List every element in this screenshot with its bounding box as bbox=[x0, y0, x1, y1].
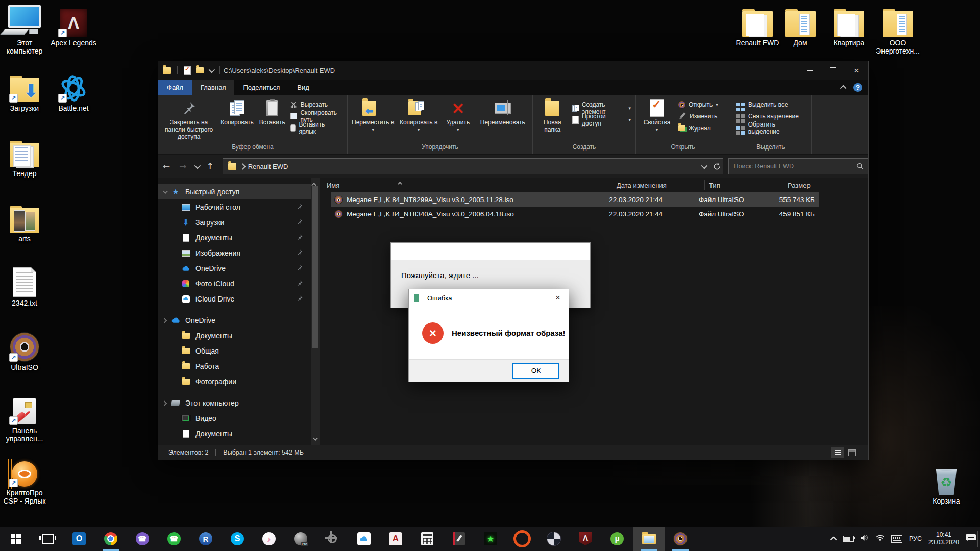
taskbar-whatsapp[interactable]: ☎ bbox=[158, 527, 190, 551]
taskbar-ultraiso[interactable] bbox=[665, 527, 696, 551]
maximize-button[interactable] bbox=[821, 61, 845, 80]
sidebar-item-videos[interactable]: Видео bbox=[158, 411, 311, 426]
desktop-icon-downloads[interactable]: ⬇ ↗ Загрузки bbox=[0, 68, 49, 112]
breadcrumb[interactable]: Renault EWD bbox=[248, 163, 288, 170]
desktop-icon-recycle-bin[interactable]: Корзина bbox=[922, 461, 971, 505]
address-bar[interactable]: Renault EWD bbox=[223, 158, 723, 174]
sidebar-item-icloud-photos[interactable]: Фото iCloud bbox=[158, 276, 311, 291]
touch-keyboard-icon[interactable] bbox=[891, 535, 902, 543]
battery-icon[interactable] bbox=[843, 536, 854, 542]
search-icon[interactable] bbox=[856, 163, 864, 170]
title-bar[interactable]: C:\Users\aleks\Desktop\Renault EWD × bbox=[158, 61, 868, 80]
properties-button[interactable]: Свойства▾ bbox=[638, 98, 676, 134]
minimize-button[interactable] bbox=[798, 61, 821, 80]
taskbar-icloud[interactable] bbox=[348, 527, 380, 551]
sidebar-item-onedrive[interactable]: OneDrive bbox=[158, 313, 311, 328]
paste-shortcut-button[interactable]: Вставить ярлык bbox=[288, 122, 345, 134]
refresh-icon[interactable] bbox=[713, 163, 721, 170]
sidebar-item-pc-documents[interactable]: Документы bbox=[158, 426, 311, 441]
paste-button[interactable]: Вставить bbox=[257, 98, 288, 127]
back-icon[interactable]: ← bbox=[158, 161, 175, 171]
search-box[interactable] bbox=[728, 158, 868, 174]
taskbar-chrome[interactable] bbox=[95, 527, 127, 551]
desktop-icon-tender-folder[interactable]: Тендер bbox=[0, 134, 49, 178]
qat-properties-icon[interactable] bbox=[184, 66, 191, 75]
copy-to-button[interactable]: Копировать в▾ bbox=[396, 98, 441, 134]
sidebar-item-documents[interactable]: Документы bbox=[158, 230, 311, 245]
taskbar-utorrent[interactable]: µ bbox=[601, 527, 633, 551]
sidebar-item-quick-access[interactable]: ★ Быстрый доступ bbox=[158, 184, 311, 199]
taskbar-origin[interactable] bbox=[506, 527, 538, 551]
taskbar-file-explorer[interactable] bbox=[633, 527, 665, 551]
new-folder-button[interactable]: Новая папка bbox=[535, 98, 570, 134]
tab-file[interactable]: Файл bbox=[158, 80, 192, 95]
expander-icon[interactable] bbox=[158, 190, 170, 194]
qat-customize-chevron-icon[interactable] bbox=[209, 68, 213, 73]
desktop-icon-control-panel-cryptopro[interactable]: ↗ Панель управлен... bbox=[0, 391, 49, 443]
desktop-icon-battle-net[interactable]: ↗ Battle.net bbox=[49, 68, 98, 112]
qat-new-folder-icon[interactable] bbox=[196, 67, 204, 73]
open-button[interactable]: Открыть▾ bbox=[676, 98, 721, 110]
pin-to-quick-access-button[interactable]: Закрепить на панели быстрого доступа bbox=[160, 98, 217, 141]
scrollbar-thumb[interactable] bbox=[312, 186, 318, 348]
close-button[interactable]: × bbox=[845, 61, 868, 80]
select-all-button[interactable]: Выделить все bbox=[732, 98, 809, 110]
notification-center-icon[interactable] bbox=[966, 534, 976, 543]
clock[interactable]: 10:41 23.03.2020 bbox=[928, 531, 959, 546]
sidebar-item-onedrive-documents[interactable]: Документы bbox=[158, 328, 311, 343]
column-header-size[interactable]: Размер bbox=[783, 180, 837, 190]
wifi-icon[interactable] bbox=[876, 534, 885, 543]
expander-icon[interactable] bbox=[158, 319, 170, 322]
desktop-icon-ultraiso[interactable]: ↗ UltraISO bbox=[0, 328, 49, 371]
dialog-close-icon[interactable]: × bbox=[547, 289, 569, 307]
address-dropdown-icon[interactable] bbox=[701, 162, 707, 169]
taskbar-revo-installer[interactable]: R bbox=[190, 527, 222, 551]
sidebar-item-icloud-drive[interactable]: iCloud Drive bbox=[158, 291, 311, 307]
taskbar-calculator[interactable] bbox=[411, 527, 443, 551]
tab-share[interactable]: Поделиться bbox=[234, 80, 288, 95]
error-dialog-titlebar[interactable]: Ошибка × bbox=[409, 289, 569, 307]
taskbar-skype[interactable]: S bbox=[222, 527, 253, 551]
taskbar-outlook[interactable]: O bbox=[63, 527, 95, 551]
tab-view[interactable]: Вид bbox=[288, 80, 318, 95]
sidebar-item-this-pc[interactable]: Этот компьютер bbox=[158, 395, 311, 411]
history-button[interactable]: Журнал bbox=[676, 122, 721, 134]
taskbar-heroes-game[interactable] bbox=[475, 527, 506, 551]
tray-expand-icon[interactable] bbox=[832, 534, 837, 543]
delete-button[interactable]: × Удалить▾ bbox=[441, 98, 475, 134]
up-icon[interactable]: ↑ bbox=[202, 161, 218, 171]
desktop-icon-this-pc[interactable]: Этот компьютер bbox=[0, 3, 49, 55]
invert-selection-button[interactable]: Обратить выделение bbox=[732, 122, 809, 134]
taskbar-roundel-game[interactable] bbox=[538, 527, 570, 551]
volume-icon[interactable] bbox=[861, 534, 869, 543]
sidebar-item-onedrive-qa[interactable]: OneDrive bbox=[158, 261, 311, 276]
file-row[interactable]: Megane E,L,K 84_NT8340A_Visu v3.0_2006.0… bbox=[331, 207, 819, 221]
collapse-ribbon-icon[interactable] bbox=[840, 85, 847, 92]
desktop-icon-renault-ewd[interactable]: Renault EWD bbox=[733, 3, 782, 47]
ok-button[interactable]: ОК bbox=[512, 363, 559, 379]
copy-button[interactable]: Копировать bbox=[217, 98, 256, 127]
start-button[interactable] bbox=[0, 527, 32, 551]
desktop-icon-dom[interactable]: Дом bbox=[776, 3, 825, 47]
easy-access-button[interactable]: Простой доступ▾ bbox=[570, 114, 633, 126]
file-row[interactable]: Megane E,L,K 84_NT8299A_Visu v3.0_2005.1… bbox=[331, 192, 819, 207]
expander-icon[interactable] bbox=[158, 402, 170, 405]
desktop-icon-kvartira[interactable]: Квартира bbox=[824, 3, 873, 47]
desktop-icon-cryptopro-csp[interactable]: ↗ КриптоПро CSP - Ярлык bbox=[0, 453, 49, 505]
desktop-icon-txt-file[interactable]: 2342.txt bbox=[0, 263, 49, 307]
forward-icon[interactable]: → bbox=[175, 161, 191, 171]
help-icon[interactable]: ? bbox=[853, 83, 862, 92]
sidebar-scrollbar[interactable] bbox=[311, 178, 320, 445]
sidebar-item-downloads[interactable]: ⬇ Загрузки bbox=[158, 215, 311, 230]
thumbnails-view-button[interactable] bbox=[846, 447, 858, 458]
column-header-type[interactable]: Тип bbox=[705, 180, 783, 190]
edit-button[interactable]: Изменить bbox=[676, 110, 721, 122]
scroll-down-icon[interactable] bbox=[313, 434, 316, 443]
taskbar-viber[interactable]: ☎ bbox=[127, 527, 158, 551]
column-header-date[interactable]: Дата изменения bbox=[612, 180, 705, 190]
recent-locations-icon[interactable] bbox=[194, 162, 201, 169]
sidebar-item-onedrive-photos[interactable]: Фотографии bbox=[158, 374, 311, 389]
sidebar-item-desktop[interactable]: Рабочий стол bbox=[158, 199, 311, 215]
desktop-icon-apex-legends[interactable]: ↗ Apex Legends bbox=[49, 3, 98, 47]
taskbar-journal[interactable] bbox=[443, 527, 475, 551]
